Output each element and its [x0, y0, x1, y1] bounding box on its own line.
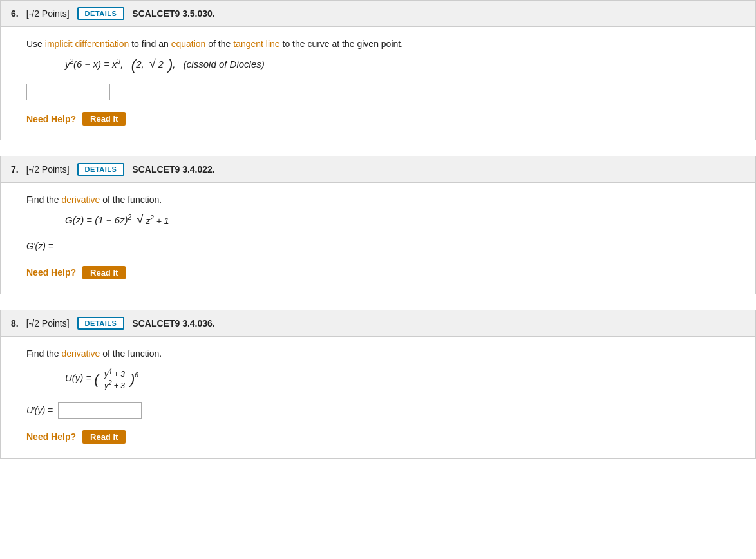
problem-7-code: SCALCET9 3.4.022.: [132, 164, 214, 175]
problem-6-points: [-/2 Points]: [26, 8, 70, 19]
problem-8-need-help-label: Need Help?: [26, 431, 76, 442]
problem-8-math: U(y) = ( y4 + 3 y2 + 3 )6: [65, 368, 730, 390]
problem-8-code: SCALCET9 3.4.036.: [132, 318, 214, 328]
problem-6-details-button[interactable]: DETAILS: [77, 7, 125, 20]
problem-7-answer-label: G′(z) =: [26, 241, 53, 251]
problem-8-need-help-row: Need Help? Read It: [26, 430, 730, 444]
problem-6-instruction: Use implicit differentiation to find an …: [26, 39, 730, 49]
problem-7-number: 7.: [11, 164, 19, 175]
problem-8-answer-input[interactable]: [58, 402, 142, 419]
problem-6-need-help-label: Need Help?: [26, 114, 76, 124]
problem-7-body: Find the derivative of the function. G(z…: [1, 183, 755, 294]
problem-8: 8. [-/2 Points] DETAILS SCALCET9 3.4.036…: [0, 310, 756, 459]
problem-7: 7. [-/2 Points] DETAILS SCALCET9 3.4.022…: [0, 156, 756, 294]
problem-7-math: G(z) = (1 − 6z)2 √ z2 + 1: [65, 214, 730, 226]
problem-7-header: 7. [-/2 Points] DETAILS SCALCET9 3.4.022…: [1, 156, 755, 183]
problem-7-points: [-/2 Points]: [26, 164, 70, 175]
problem-6-answer-area: [26, 84, 730, 100]
problem-7-instruction: Find the derivative of the function.: [26, 194, 730, 205]
problem-6-math: y2(6 − x) = x3, (2, √ 2 ), (cissoid of D…: [65, 58, 730, 72]
problem-7-need-help-row: Need Help? Read It: [26, 266, 730, 280]
problem-6: 6. [-/2 Points] DETAILS SCALCET9 3.5.030…: [0, 0, 756, 140]
problem-8-number: 8.: [11, 318, 19, 328]
problem-8-points: [-/2 Points]: [26, 318, 70, 328]
problem-8-read-it-button[interactable]: Read It: [82, 430, 126, 444]
problem-8-details-button[interactable]: DETAILS: [77, 317, 125, 330]
problem-6-header: 6. [-/2 Points] DETAILS SCALCET9 3.5.030…: [1, 1, 755, 27]
problem-8-header: 8. [-/2 Points] DETAILS SCALCET9 3.4.036…: [1, 310, 755, 337]
problem-6-number: 6.: [11, 8, 19, 19]
problem-6-need-help-row: Need Help? Read It: [26, 112, 730, 126]
problem-7-read-it-button[interactable]: Read It: [82, 266, 126, 280]
problem-7-details-button[interactable]: DETAILS: [77, 163, 125, 176]
problem-6-body: Use implicit differentiation to find an …: [1, 27, 755, 140]
problem-7-answer-row: G′(z) =: [26, 238, 730, 254]
problem-6-answer-input[interactable]: [26, 84, 110, 100]
problem-8-answer-label: U′(y) =: [26, 405, 53, 415]
problem-8-answer-row: U′(y) =: [26, 402, 730, 419]
problem-6-read-it-button[interactable]: Read It: [82, 112, 126, 126]
problem-7-need-help-label: Need Help?: [26, 267, 76, 278]
problem-7-answer-input[interactable]: [59, 238, 142, 254]
problem-8-body: Find the derivative of the function. U(y…: [1, 337, 755, 458]
problem-6-code: SCALCET9 3.5.030.: [132, 8, 214, 19]
problem-8-instruction: Find the derivative of the function.: [26, 348, 730, 359]
